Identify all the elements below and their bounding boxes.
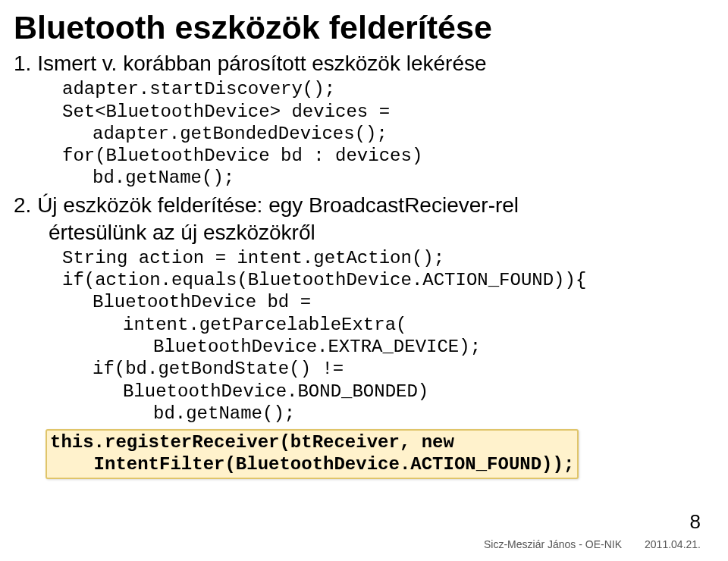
list-num: 2. — [14, 193, 31, 217]
code-line: adapter.startDiscovery(); — [62, 78, 707, 100]
list-text-cont: értesülünk az új eszközökről — [14, 220, 707, 246]
code-line: for(BluetoothDevice bd : devices) — [62, 145, 707, 167]
code-line: BluetoothDevice.BOND_BONDED) — [62, 381, 707, 403]
list-text: Ismert v. korábban párosított eszközök l… — [37, 52, 486, 75]
code-line: this.registerReceiver(btReceiver, new — [50, 431, 574, 453]
code-line: adapter.getBondedDevices(); — [62, 123, 707, 145]
list-item-1: 1. Ismert v. korábban párosított eszközö… — [14, 51, 707, 77]
list-text: Új eszközök felderítése: egy BroadcastRe… — [37, 193, 519, 217]
code-block-2: String action = intent.getAction(); if(a… — [62, 247, 707, 425]
code-line: bd.getName(); — [62, 403, 707, 425]
code-line: Set<BluetoothDevice> devices = — [62, 101, 707, 123]
code-line: intent.getParcelableExtra( — [62, 314, 707, 336]
code-line: if(bd.getBondState() != — [62, 358, 707, 380]
highlighted-code: this.registerReceiver(btReceiver, new In… — [46, 429, 579, 479]
code-line: bd.getName(); — [62, 167, 707, 189]
code-line: BluetoothDevice bd = — [62, 291, 707, 313]
code-line: BluetoothDevice.EXTRA_DEVICE); — [62, 336, 707, 358]
code-block-1: adapter.startDiscovery(); Set<BluetoothD… — [62, 78, 707, 189]
list-num: 1. — [14, 52, 31, 75]
footer-date: 2011.04.21. — [645, 538, 701, 550]
code-line: if(action.equals(BluetoothDevice.ACTION_… — [62, 269, 707, 291]
code-line: IntentFilter(BluetoothDevice.ACTION_FOUN… — [50, 453, 574, 475]
page-number: 8 — [690, 510, 701, 534]
slide-title: Bluetooth eszközök felderítése — [14, 11, 707, 45]
slide-footer: Sicz-Mesziár János - OE-NIK 2011.04.21. — [484, 538, 701, 550]
code-line: String action = intent.getAction(); — [62, 247, 707, 269]
list-item-2: 2. Új eszközök felderítése: egy Broadcas… — [14, 193, 707, 218]
footer-author: Sicz-Mesziár János - OE-NIK — [484, 538, 622, 550]
